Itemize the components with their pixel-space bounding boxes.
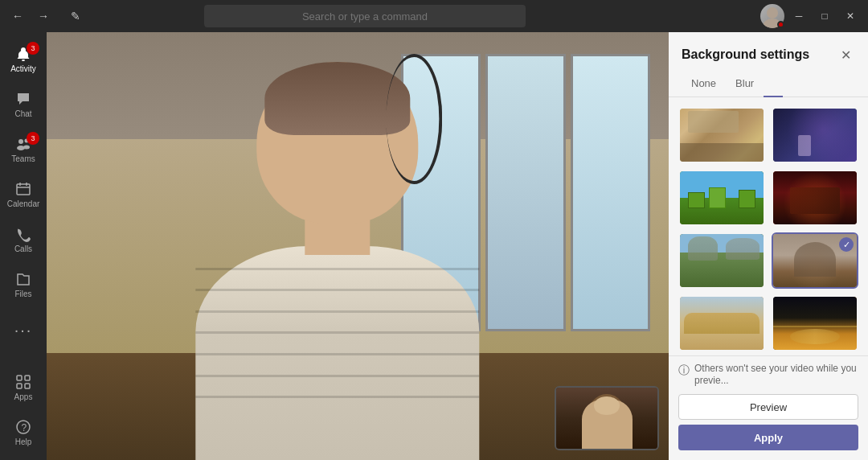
nav-buttons: ← → ✎ [6, 5, 87, 27]
chat-icon [15, 91, 31, 107]
bg-sunset-img [773, 297, 857, 350]
close-panel-icon: ✕ [841, 47, 851, 63]
apps-icon [15, 374, 31, 390]
tab-none[interactable]: None [682, 71, 726, 97]
thumbnail-bg [556, 388, 657, 449]
bg-nature-img [680, 234, 764, 287]
bg-grid: ✓ [669, 97, 868, 355]
search-input[interactable] [204, 5, 526, 27]
status-dot [777, 21, 784, 28]
files-icon [15, 271, 31, 287]
sidebar-item-calls-label: Calls [14, 244, 32, 253]
more-icon: ··· [14, 321, 33, 339]
bg-item-minecraft[interactable] [678, 170, 765, 226]
info-text: Others won't see your video while you pr… [694, 363, 858, 388]
activity-badge: 3 [27, 42, 39, 55]
person-head [256, 62, 418, 224]
bg-item-scifi[interactable] [772, 107, 858, 163]
back-button[interactable]: ← [6, 5, 29, 27]
tab-blur[interactable]: Blur [726, 71, 764, 97]
apply-button[interactable]: Apply [678, 425, 858, 450]
sidebar-item-activity[interactable]: Activity 3 [4, 39, 43, 80]
svg-point-0 [767, 7, 778, 18]
sidebar-item-teams[interactable]: Teams 3 [4, 129, 43, 170]
sidebar-item-calls[interactable]: Calls [4, 219, 43, 261]
bg-fantasy-img [773, 171, 857, 224]
bg-item-arch[interactable]: ✓ [772, 232, 858, 289]
svg-rect-14 [25, 384, 30, 388]
svg-rect-11 [17, 376, 22, 380]
svg-rect-12 [25, 376, 30, 380]
teams-badge: 3 [27, 132, 39, 145]
forward-button[interactable]: → [32, 5, 55, 27]
sidebar-item-apps[interactable]: Apps [4, 367, 43, 409]
sidebar-item-activity-label: Activity [10, 64, 36, 73]
preview-button[interactable]: Preview [678, 394, 858, 420]
bg-office-img [680, 109, 764, 162]
info-row: ⓘ Others won't see your video while you … [678, 363, 858, 388]
sidebar-item-calendar[interactable]: Calendar [4, 174, 43, 216]
bg-item-sunset[interactable] [772, 295, 858, 351]
sidebar-bottom: Apps ? Help [4, 367, 43, 454]
close-button[interactable]: ✕ [839, 5, 862, 27]
bg-desert-img [680, 297, 764, 350]
shirt-stripes [196, 246, 479, 460]
svg-text:?: ? [22, 422, 27, 433]
bg-item-office[interactable] [678, 107, 765, 163]
svg-rect-13 [17, 384, 22, 388]
svg-point-2 [22, 60, 25, 61]
bg-panel-header: Background settings ✕ [669, 32, 868, 71]
bg-minecraft-img [680, 171, 764, 224]
sidebar-item-chat-label: Chat [14, 109, 31, 118]
sidebar-item-chat[interactable]: Chat [4, 84, 43, 125]
title-bar: ← → ✎ ─ □ ✕ [0, 0, 868, 32]
bg-item-fantasy[interactable] [772, 170, 858, 226]
help-icon: ? [15, 419, 31, 435]
selected-checkmark: ✓ [839, 237, 854, 252]
maximize-button[interactable]: □ [813, 5, 836, 27]
svg-point-3 [18, 139, 23, 144]
calls-icon [15, 226, 31, 242]
bg-scifi-img [773, 109, 857, 162]
bg-panel-footer: ⓘ Others won't see your video while you … [669, 355, 868, 460]
calendar-icon [15, 181, 31, 197]
video-thumbnail [555, 386, 659, 450]
info-icon: ⓘ [678, 363, 690, 378]
bg-panel-title: Background settings [682, 47, 809, 62]
minimize-button[interactable]: ─ [788, 5, 810, 27]
sidebar-item-teams-label: Teams [11, 154, 35, 163]
sidebar-item-more[interactable]: ··· [4, 309, 43, 351]
svg-point-6 [23, 146, 30, 150]
sidebar-item-help-label: Help [15, 437, 32, 446]
svg-rect-7 [17, 184, 30, 195]
bg-tabs: None Blur [669, 71, 868, 97]
person [135, 32, 539, 460]
sidebar-item-files-label: Files [14, 290, 31, 298]
title-bar-right: ─ □ ✕ [760, 4, 862, 28]
compose-button[interactable]: ✎ [64, 5, 87, 27]
headset [386, 54, 442, 184]
tab-image[interactable] [764, 71, 783, 97]
close-panel-button[interactable]: ✕ [836, 45, 855, 64]
sidebar: Activity 3 Chat Teams 3 [0, 32, 47, 460]
sidebar-item-files[interactable]: Files [4, 264, 43, 306]
main-content: Activity 3 Chat Teams 3 [0, 32, 868, 460]
sidebar-item-calendar-label: Calendar [7, 199, 40, 208]
video-area [47, 32, 669, 460]
user-avatar-container[interactable] [760, 4, 784, 28]
bg-settings-panel: Background settings ✕ None Blur [669, 32, 868, 460]
bg-item-desert[interactable] [678, 295, 765, 351]
sidebar-item-apps-label: Apps [14, 392, 33, 401]
sidebar-item-help[interactable]: ? Help [4, 412, 43, 454]
bg-item-nature[interactable] [678, 232, 765, 289]
window-pane-3 [571, 54, 650, 332]
